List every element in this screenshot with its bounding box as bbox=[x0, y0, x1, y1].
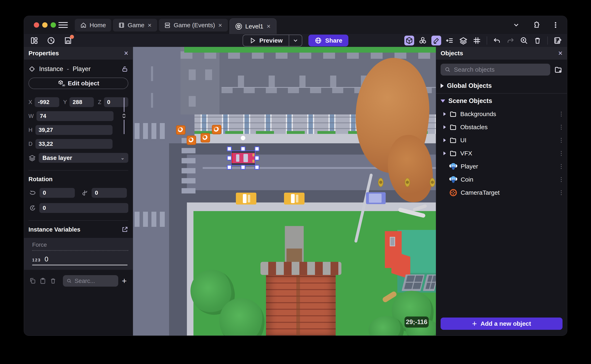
close-objects-icon[interactable]: × bbox=[558, 50, 563, 57]
group-global-objects[interactable]: Global Objects bbox=[436, 79, 567, 92]
edit-pencil-toggle-icon[interactable] bbox=[431, 36, 441, 46]
tab-game-events[interactable]: Game (Events) × bbox=[159, 19, 228, 32]
row-menu-icon[interactable]: ⋮ bbox=[558, 191, 563, 194]
edit-object-button[interactable]: 3D Edit object bbox=[28, 78, 128, 89]
group-scene-objects[interactable]: Scene Objects bbox=[436, 94, 567, 107]
trash-icon[interactable] bbox=[533, 36, 542, 46]
layer-select[interactable]: Base layer ⌄ bbox=[39, 153, 128, 163]
share-button[interactable]: Share bbox=[308, 35, 348, 46]
objects-search-input[interactable] bbox=[454, 66, 546, 73]
player-car-selected[interactable] bbox=[232, 151, 255, 165]
variable-name[interactable]: Force bbox=[32, 241, 128, 251]
brick-tower[interactable] bbox=[260, 226, 341, 336]
object-folder-backgrounds[interactable]: Backgrounds ⋮ bbox=[436, 107, 567, 121]
selection-handle[interactable] bbox=[254, 146, 259, 151]
maximize-window-button[interactable] bbox=[51, 22, 56, 28]
object-coin[interactable]: Coin ⋮ bbox=[436, 173, 567, 186]
selection-handle[interactable] bbox=[227, 146, 232, 151]
objects-search[interactable] bbox=[441, 64, 550, 76]
tab-game[interactable]: Game × bbox=[113, 19, 157, 32]
variable-value[interactable]: 0 bbox=[45, 255, 48, 263]
undo-icon[interactable] bbox=[492, 36, 502, 46]
close-window-button[interactable] bbox=[34, 22, 39, 28]
extensions-puzzle-icon[interactable] bbox=[531, 20, 540, 29]
more-menu-icon[interactable] bbox=[551, 20, 560, 29]
selection-handle[interactable] bbox=[254, 156, 259, 161]
layers-icon[interactable] bbox=[458, 36, 468, 46]
add-new-object-button[interactable]: + Add a new object bbox=[441, 318, 563, 330]
selection-handle[interactable] bbox=[227, 156, 232, 161]
scene-canvas[interactable]: 29;-116 bbox=[133, 47, 436, 336]
variables-search-input[interactable] bbox=[75, 278, 114, 284]
close-tab-icon[interactable]: × bbox=[218, 21, 223, 29]
delete-variable-icon[interactable] bbox=[49, 277, 57, 285]
3d-view-toggle-icon[interactable] bbox=[404, 36, 414, 46]
main-menu-icon[interactable] bbox=[58, 21, 68, 29]
selection-handle[interactable] bbox=[241, 165, 246, 170]
edit-scene-properties-icon[interactable] bbox=[553, 36, 563, 46]
tab-home[interactable]: Home bbox=[75, 19, 111, 32]
open-variables-external-icon[interactable] bbox=[121, 226, 128, 233]
tab-level1[interactable]: Level1 × bbox=[230, 19, 276, 34]
save-icon[interactable] bbox=[63, 36, 73, 46]
copy-icon[interactable] bbox=[28, 277, 37, 285]
grid-icon[interactable] bbox=[472, 36, 482, 46]
zoom-in-icon[interactable] bbox=[519, 36, 529, 46]
close-properties-icon[interactable]: × bbox=[124, 50, 128, 57]
add-folder-icon[interactable] bbox=[554, 65, 563, 74]
row-menu-icon[interactable]: ⋮ bbox=[558, 112, 563, 116]
row-menu-icon[interactable]: ⋮ bbox=[558, 165, 563, 168]
open-panels-icon[interactable] bbox=[29, 36, 39, 46]
selection-handle[interactable] bbox=[227, 165, 232, 170]
coin-instance[interactable] bbox=[405, 178, 410, 187]
depth-field[interactable] bbox=[35, 139, 113, 149]
close-tab-icon[interactable]: × bbox=[147, 21, 152, 29]
paste-icon[interactable] bbox=[39, 277, 47, 285]
properties-panel: Properties × Instance - Player bbox=[24, 47, 133, 336]
height-field[interactable] bbox=[35, 125, 113, 135]
row-menu-icon[interactable]: ⋮ bbox=[558, 138, 563, 142]
selection-handle[interactable] bbox=[241, 146, 246, 151]
variable-row[interactable]: Force 123 0 bbox=[24, 238, 133, 270]
rotation-y-field[interactable] bbox=[92, 188, 127, 198]
add-variable-button[interactable]: + bbox=[120, 276, 128, 286]
y-field[interactable] bbox=[69, 97, 94, 107]
edit-object-label: Edit object bbox=[68, 80, 99, 87]
close-tab-icon[interactable]: × bbox=[266, 23, 271, 30]
x-field[interactable] bbox=[35, 97, 59, 107]
objects-cubes-icon[interactable] bbox=[418, 36, 428, 46]
blue-car[interactable] bbox=[366, 192, 386, 204]
object-camera-target[interactable]: CameraTarget ⋮ bbox=[436, 186, 567, 199]
selection-handle[interactable] bbox=[254, 165, 259, 170]
unlock-icon[interactable] bbox=[121, 65, 128, 72]
yellow-car[interactable] bbox=[236, 193, 256, 205]
pickup-box[interactable] bbox=[187, 136, 196, 145]
object-folder-vfx[interactable]: VFX ⋮ bbox=[436, 147, 567, 160]
history-icon[interactable] bbox=[46, 36, 56, 46]
preview-button[interactable]: Preview bbox=[243, 35, 302, 46]
rotation-x-field[interactable] bbox=[40, 188, 75, 198]
tab-label: Home bbox=[90, 22, 106, 29]
instances-list-icon[interactable] bbox=[445, 36, 455, 46]
redo-icon[interactable] bbox=[505, 36, 515, 46]
minimize-window-button[interactable] bbox=[42, 22, 47, 28]
pickup-box[interactable] bbox=[201, 133, 210, 143]
object-folder-obstacles[interactable]: Obstacles ⋮ bbox=[436, 121, 567, 134]
row-menu-icon[interactable]: ⋮ bbox=[558, 151, 563, 155]
rotation-z-field[interactable] bbox=[39, 203, 128, 213]
pickup-box[interactable] bbox=[176, 125, 186, 135]
coin-instance[interactable] bbox=[430, 178, 435, 187]
pickup-box[interactable] bbox=[212, 125, 221, 134]
row-menu-icon[interactable]: ⋮ bbox=[558, 125, 563, 129]
preview-options-chevron[interactable] bbox=[289, 35, 302, 46]
object-folder-ui[interactable]: UI ⋮ bbox=[436, 134, 567, 147]
rotation-handle[interactable] bbox=[241, 136, 245, 140]
width-field[interactable] bbox=[36, 111, 113, 121]
lock-aspect-ratio-control[interactable] bbox=[121, 98, 127, 134]
row-menu-icon[interactable]: ⋮ bbox=[558, 178, 563, 181]
chevron-down-icon[interactable] bbox=[512, 20, 521, 29]
yellow-car[interactable] bbox=[284, 193, 305, 205]
coin-instance[interactable] bbox=[378, 178, 383, 187]
variables-search[interactable] bbox=[63, 275, 118, 287]
object-player[interactable]: Player ⋮ bbox=[436, 160, 567, 173]
